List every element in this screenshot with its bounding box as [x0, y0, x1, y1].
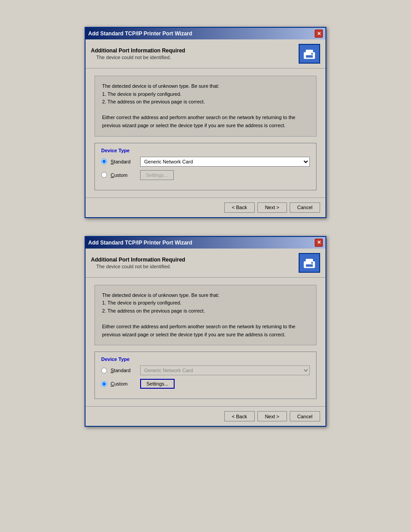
info-line3-2: 2. The address on the previous page is c…: [102, 307, 309, 315]
title-bar-title-2: Add Standard TCP/IP Printer Port Wizard: [88, 240, 192, 246]
printer-icon-2: [299, 253, 320, 273]
title-text-1: Add Standard TCP/IP Printer Port Wizard: [88, 30, 192, 37]
settings-button-2[interactable]: Settings...: [140, 379, 175, 389]
header-text-1: Additional Port Information Required The…: [91, 47, 185, 60]
info-line4-2: Either correct the address and perform a…: [102, 323, 309, 339]
dialog-2: Add Standard TCP/IP Printer Port Wizard …: [85, 236, 326, 427]
content-area-2: The detected device is of unknown type. …: [86, 278, 325, 407]
svg-rect-5: [306, 259, 313, 262]
standard-label-1[interactable]: Standard: [111, 159, 137, 164]
content-area-1: The detected device is of unknown type. …: [86, 69, 325, 197]
custom-row-1: Custom Settings...: [101, 170, 310, 180]
back-button-1[interactable]: < Back: [224, 202, 255, 213]
device-type-legend-1: Device Type: [101, 148, 310, 153]
footer-section-2: < Back Next > Cancel: [86, 406, 325, 426]
close-button-2[interactable]: ✕: [315, 239, 323, 247]
dialog-1: Add Standard TCP/IP Printer Port Wizard …: [85, 27, 326, 218]
title-bar-2: Add Standard TCP/IP Printer Port Wizard …: [86, 237, 325, 249]
info-line2-1: 1. The device is properly configured.: [102, 90, 309, 99]
custom-radio-1[interactable]: [101, 172, 107, 178]
custom-label-1[interactable]: Custom: [111, 172, 137, 178]
info-line3-1: 2. The address on the previous page is c…: [102, 98, 309, 106]
header-section-1: Additional Port Information Required The…: [86, 39, 325, 69]
cancel-button-1[interactable]: Cancel: [290, 202, 320, 213]
back-button-2[interactable]: < Back: [224, 411, 255, 421]
title-bar-1: Add Standard TCP/IP Printer Port Wizard …: [86, 28, 325, 39]
custom-radio-2[interactable]: [101, 381, 107, 387]
settings-button-1[interactable]: Settings...: [140, 170, 174, 180]
standard-radio-1[interactable]: [101, 159, 107, 164]
cancel-button-2[interactable]: Cancel: [290, 411, 320, 421]
custom-label-2[interactable]: Custom: [111, 381, 137, 386]
printer-icon-1: [299, 44, 320, 64]
device-type-legend-2: Device Type: [101, 356, 310, 362]
header-subtitle-2: The device could not be identified.: [96, 264, 185, 269]
standard-dropdown-1[interactable]: Generic Network Card: [140, 157, 310, 167]
title-text-2: Add Standard TCP/IP Printer Port Wizard: [88, 240, 192, 246]
svg-rect-1: [306, 50, 313, 53]
custom-row-2: Custom Settings...: [101, 379, 310, 389]
standard-row-2: Standard Generic Network Card: [101, 365, 310, 375]
next-button-1[interactable]: Next >: [257, 202, 287, 213]
header-text-2: Additional Port Information Required The…: [91, 257, 185, 269]
info-line4-1: Either correct the address and perform a…: [102, 114, 309, 129]
title-bar-title-1: Add Standard TCP/IP Printer Port Wizard: [88, 30, 192, 37]
device-type-group-2: Device Type Standard Generic Network Car…: [94, 352, 317, 399]
header-title-1: Additional Port Information Required: [91, 47, 185, 54]
svg-rect-2: [306, 55, 313, 58]
standard-label-2[interactable]: Standard: [111, 368, 137, 373]
info-line1-2: The detected device is of unknown type. …: [102, 292, 309, 300]
header-title-2: Additional Port Information Required: [91, 257, 185, 263]
info-box-2: The detected device is of unknown type. …: [94, 285, 317, 346]
info-box-1: The detected device is of unknown type. …: [94, 76, 317, 137]
standard-radio-2[interactable]: [101, 368, 107, 373]
standard-dropdown-2[interactable]: Generic Network Card: [140, 365, 310, 375]
info-line2-2: 1. The device is properly configured.: [102, 299, 309, 307]
device-type-group-1: Device Type Standard Generic Network Car…: [94, 143, 317, 190]
standard-row-1: Standard Generic Network Card: [101, 157, 310, 167]
info-line1-1: The detected device is of unknown type. …: [102, 82, 309, 90]
footer-section-1: < Back Next > Cancel: [86, 197, 325, 217]
header-section-2: Additional Port Information Required The…: [86, 249, 325, 278]
svg-point-3: [311, 53, 313, 55]
svg-point-7: [311, 262, 313, 264]
close-button-1[interactable]: ✕: [315, 30, 323, 38]
next-button-2[interactable]: Next >: [257, 411, 287, 421]
svg-rect-6: [306, 264, 313, 267]
header-subtitle-1: The device could not be identified.: [96, 55, 185, 60]
